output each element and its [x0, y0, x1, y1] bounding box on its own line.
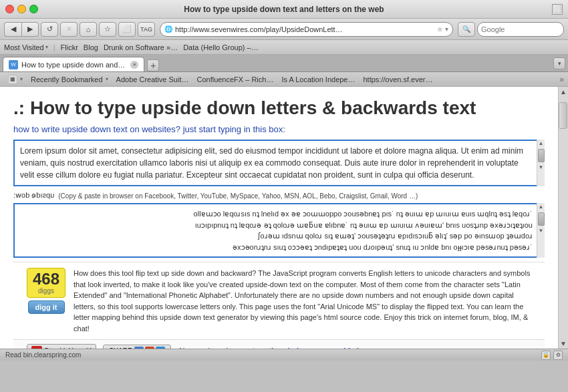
favorite-star-icon[interactable]: ★: [436, 25, 444, 34]
digg-count-label: diggs: [33, 287, 59, 295]
flipped-line-1: ˙ɹoqɐl ʇsǝ ʇnlqɯ sıuɐ ɯıuıɯ pɐ ɯıuǝ ʇn ˙…: [20, 208, 533, 220]
confluencefx-label: ConfluenceFX – Rich…: [196, 75, 273, 83]
status-text: Read bin.clearspring.com: [5, 351, 81, 359]
flipped-text-content[interactable]: ˙ɹoqɐl ʇsǝ ʇnlqɯ sıuɐ ɯıuıɯ pɐ ɯıuǝ ʇn ˙…: [13, 203, 545, 258]
minimize-button[interactable]: [17, 5, 26, 13]
address-favicon: 🌐: [164, 25, 172, 33]
text-input-box: Lorem ipsum dolor sit amet, consectetur …: [13, 140, 545, 186]
tab-close-button[interactable]: ×: [130, 61, 138, 69]
nav-buttons: ◀ ▶: [4, 22, 39, 37]
toolbar: ◀ ▶ ↺ ✕ ⌂ ☆ ⬜ TAG 🌐 ★ ▾ 🔍 🔍: [0, 19, 568, 40]
scrollbar-thumb[interactable]: [559, 102, 567, 129]
digg-share-icon[interactable]: D: [156, 347, 165, 349]
sidebar-item-data-hello[interactable]: Data (Hello Group) –…: [183, 43, 259, 51]
share-bar: Su! StumbleUpon it! SHARE d r D Also see…: [13, 339, 545, 349]
bookmarks-folder-arrow-icon: ▾: [20, 76, 23, 82]
share-text: Also see how do you: [178, 347, 246, 349]
tab-favicon: W: [9, 60, 18, 69]
share-link[interactable]: turn the whole screen upsidedown: [252, 347, 373, 349]
flipped-scroll-up-icon[interactable]: ▲: [539, 203, 544, 211]
sidebar-item-blog[interactable]: Blog: [84, 43, 98, 51]
close-button[interactable]: [5, 5, 14, 13]
titlebar: How to type upside down text and letters…: [0, 0, 568, 19]
scroll-down-icon[interactable]: ▼: [539, 164, 544, 172]
resize-button[interactable]: ⬜: [552, 4, 563, 15]
copy-paste-note: (Copy & paste in browser on Facebook, Tw…: [58, 192, 418, 200]
normal-text-content[interactable]: Lorem ipsum dolor sit amet, consectetur …: [13, 140, 545, 186]
active-tab[interactable]: W How to type upside down and… ×: [3, 57, 144, 71]
digg-count-box: 468 diggs: [27, 268, 65, 298]
forward-button[interactable]: ▶: [21, 22, 39, 37]
content-area: .: How to type upside down letters & bac…: [0, 87, 558, 349]
stumbleupon-icon: Su!: [31, 346, 42, 349]
screenshot-button[interactable]: ⬜: [118, 22, 136, 37]
bookmarks-dropdown-bar: ▦ ▾ Recently Bookmarked ▾ Adobe Creative…: [0, 72, 568, 87]
bookmark-confluencefx[interactable]: ConfluenceFX – Rich…: [192, 72, 277, 86]
digg-section: 468 diggs digg it How does this tool fli…: [13, 262, 545, 339]
share-button[interactable]: SHARE d r D: [103, 345, 170, 349]
reddit-icon[interactable]: r: [145, 347, 154, 349]
stop-button[interactable]: ✕: [60, 22, 78, 37]
status-icon-1[interactable]: 🔒: [541, 351, 551, 360]
adobe-creative-label: Adobe Creative Suit…: [116, 75, 189, 83]
address-arrow-icon[interactable]: ▾: [445, 25, 448, 33]
page-subtitle: how to write upside down text on website…: [13, 124, 545, 134]
flipped-text-scrollbar[interactable]: ▲ ▼: [537, 203, 545, 258]
status-right: 🔒 ⚙: [541, 351, 563, 360]
text-box-scrollbar[interactable]: ▲ ▼: [537, 140, 545, 186]
bookmarks-folder-icon: ▦: [8, 75, 17, 84]
flickr-label: Flickr: [61, 43, 78, 51]
scrollbar-up-arrow-icon[interactable]: ▲: [560, 88, 567, 95]
sidebar-item-flickr[interactable]: Flickr: [61, 43, 78, 51]
sidebar-item-drunk-on-software[interactable]: Drunk on Software »…: [104, 43, 178, 51]
search-input[interactable]: [481, 25, 568, 33]
tab-list-button[interactable]: ▾: [553, 57, 565, 69]
titlebar-buttons: [5, 5, 38, 13]
address-input[interactable]: [175, 25, 434, 33]
bookmark-location-indepe[interactable]: Is A Location Indepe…: [277, 72, 359, 86]
flipped-scroll-down-icon[interactable]: ▼: [539, 227, 544, 235]
sidebar-item-most-visited[interactable]: Most Visited ▾: [4, 43, 48, 51]
blog-label: Blog: [84, 43, 98, 51]
tag-button[interactable]: TAG: [138, 22, 155, 37]
stumbleupon-button[interactable]: Su! StumbleUpon it!: [27, 344, 96, 349]
new-tab-button[interactable]: +: [147, 59, 159, 71]
main-content-wrapper: .: How to type upside down letters & bac…: [0, 87, 568, 349]
digg-count-wrapper: 468 diggs digg it: [27, 268, 65, 314]
digg-description: How does this tool flip text up side dow…: [74, 268, 531, 334]
page-content: .: How to type upside down letters & bac…: [0, 87, 558, 349]
bookmarks-icon-button[interactable]: ▦ ▾: [4, 72, 27, 86]
bookmark-adobe-creative[interactable]: Adobe Creative Suit…: [112, 72, 193, 86]
oven-sf-label: https://oven.sf.ever…: [364, 75, 433, 83]
main-scrollbar[interactable]: ▲ ▼: [558, 87, 568, 349]
drunk-software-label: Drunk on Software »…: [104, 43, 178, 51]
back-button[interactable]: ◀: [4, 22, 21, 37]
address-bar-container[interactable]: 🌐 ★ ▾: [160, 22, 453, 37]
bookmark-recently-bookmarked[interactable]: Recently Bookmarked ▾: [27, 72, 112, 86]
lorem-text: Lorem ipsum dolor sit amet, consectetur …: [20, 146, 523, 180]
bookmarks-bar: Most Visited ▾ | Flickr Blog Drunk on So…: [0, 40, 568, 55]
search-provider-button[interactable]: 🔍: [458, 22, 475, 37]
home-button[interactable]: ⌂: [80, 22, 97, 37]
share-icons: d r D: [134, 347, 165, 349]
status-icon-2[interactable]: ⚙: [553, 351, 563, 360]
search-container[interactable]: 🔍: [477, 22, 564, 37]
digg-it-button[interactable]: digg it: [28, 301, 65, 314]
data-hello-label: Data (Hello Group) –…: [183, 43, 259, 51]
tabs-bar: W How to type upside down and… × + ▾: [0, 55, 568, 72]
bookmark-oven-sf[interactable]: https://oven.sf.ever…: [360, 72, 437, 86]
bookmark-button[interactable]: ☆: [99, 22, 116, 37]
flipped-text-box-wrapper: ˙ɹoqɐl ʇsǝ ʇnlqɯ sıuɐ ɯıuıɯ pɐ ɯıuǝ ʇn ˙…: [13, 203, 545, 258]
location-indepe-label: Is A Location Indepe…: [281, 75, 355, 83]
recently-bookmarked-label: Recently Bookmarked: [31, 75, 103, 83]
scroll-thumb[interactable]: [538, 149, 545, 162]
reload-button[interactable]: ↺: [41, 22, 58, 37]
scroll-up-icon[interactable]: ▲: [539, 140, 544, 148]
scrollbar-track[interactable]: [559, 95, 568, 340]
flipped-scroll-thumb[interactable]: [538, 212, 545, 226]
delicious-icon[interactable]: d: [134, 347, 144, 349]
flipped-line-4: ˙ɹǝsǝp ʇunɹǝsǝp ɐıɔıɟɟo ınb ɐdlnɔ uı ʇun…: [20, 242, 533, 253]
scrollbar-down-arrow-icon[interactable]: ▼: [560, 340, 567, 347]
maximize-button[interactable]: [29, 5, 38, 13]
bookmarks-more-button[interactable]: »: [559, 75, 564, 84]
